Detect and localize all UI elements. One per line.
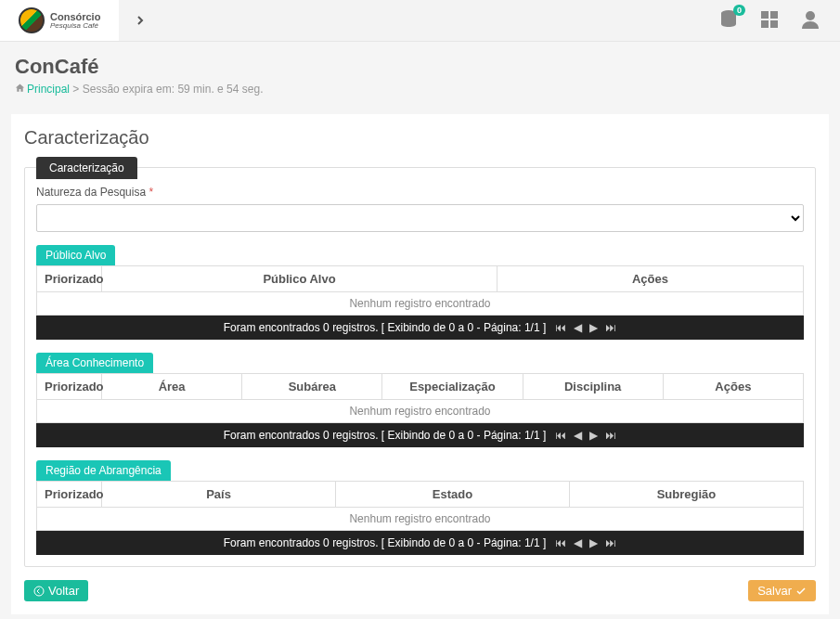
caracterizacao-section: Caracterização Natureza da Pesquisa * Pú… [24,167,816,567]
breadcrumb-session: > Sessão expira em: 59 min. e 54 seg. [70,83,263,96]
regiao-abrangencia-section: Região de Abrangência Priorizado País Es… [36,447,804,555]
area-pager-text: Foram encontrados 0 registros. [ Exibind… [224,429,547,442]
publico-pager: Foram encontrados 0 registros. [ Exibind… [36,316,804,340]
regiao-pager-text: Foram encontrados 0 registros. [ Exibind… [224,536,547,549]
page-header: ConCafé Principal > Sessão expira em: 59… [0,42,840,103]
required-mark: * [149,186,153,199]
logo[interactable]: Consórcio Pesquisa Café [0,0,119,41]
home-icon [15,83,25,96]
navbar-right: 0 [717,8,840,33]
breadcrumb-link[interactable]: Principal [27,83,70,96]
navbar-left: Consórcio Pesquisa Café [0,0,162,41]
natureza-group: Natureza da Pesquisa * [36,185,804,232]
user-menu[interactable] [799,8,821,33]
first-page-icon[interactable]: ⏮ [555,429,566,442]
check-icon [795,586,807,597]
logo-title: Consórcio [50,12,100,22]
th-publico: Público Alvo [102,266,498,292]
natureza-select[interactable] [36,204,804,232]
th-acoes: Ações [498,266,804,292]
user-icon [799,8,821,31]
svg-rect-4 [770,20,778,28]
svg-rect-2 [770,11,778,19]
th-disciplina: Disciplina [523,374,663,400]
last-page-icon[interactable]: ⏭ [605,536,616,549]
area-conhecimento-section: Área Conhecimento Priorizado Área Subáre… [36,340,804,447]
regiao-pager: Foram encontrados 0 registros. [ Exibind… [36,531,804,555]
th-pais: País [102,482,336,508]
th-estado: Estado [336,482,570,508]
prev-page-icon[interactable]: ◀ [574,536,582,549]
apps-menu[interactable] [758,8,781,33]
last-page-icon[interactable]: ⏭ [605,429,616,442]
svg-rect-3 [761,20,769,28]
regiao-table: Priorizado País Estado Subregião Nenhum … [36,481,804,531]
next-page-icon[interactable]: ▶ [589,429,598,442]
publico-empty: Nenhum registro encontrado [37,292,804,316]
area-table: Priorizado Área Subárea Especialização D… [36,373,804,423]
th-priorizado: Priorizado [37,266,102,292]
arrow-left-icon [33,586,45,597]
chevron-right-icon [133,13,148,28]
publico-tag: Público Alvo [36,245,115,265]
regiao-empty: Nenhum registro encontrado [37,508,804,531]
navbar: Consórcio Pesquisa Café 0 [0,0,840,42]
area-pager: Foram encontrados 0 registros. [ Exibind… [36,423,804,447]
prev-page-icon[interactable]: ◀ [574,321,582,334]
first-page-icon[interactable]: ⏮ [555,321,566,334]
prev-page-icon[interactable]: ◀ [574,429,582,442]
next-page-icon[interactable]: ▶ [589,536,598,549]
logo-icon [19,7,45,33]
natureza-label: Natureza da Pesquisa * [36,186,153,199]
publico-alvo-section: Público Alvo Priorizado Público Alvo Açõ… [36,232,804,340]
db-badge: 0 [733,5,745,16]
salvar-label: Salvar [757,584,792,598]
grid-icon [758,8,781,31]
th-priorizado: Priorizado [37,482,102,508]
last-page-icon[interactable]: ⏭ [605,321,616,334]
regiao-tag: Região de Abrangência [36,460,171,481]
db-menu[interactable]: 0 [717,8,740,33]
publico-table: Priorizado Público Alvo Ações Nenhum reg… [36,265,804,316]
breadcrumb: Principal > Sessão expira em: 59 min. e … [15,83,825,96]
logo-subtitle: Pesquisa Café [50,22,100,30]
panel-title: Caracterização [24,127,816,148]
th-priorizado: Priorizado [37,374,102,400]
page-title: ConCafé [15,55,825,79]
sidebar-toggle[interactable] [119,0,162,41]
th-area: Área [102,374,242,400]
next-page-icon[interactable]: ▶ [589,321,598,334]
voltar-label: Voltar [48,584,79,598]
th-subregiao: Subregião [570,482,804,508]
th-especializacao: Especialização [382,374,523,400]
publico-pager-text: Foram encontrados 0 registros. [ Exibind… [224,321,547,334]
svg-point-5 [806,11,815,20]
th-acoes: Ações [663,374,803,400]
svg-rect-1 [761,11,769,19]
button-row: Voltar Salvar [24,580,816,601]
voltar-button[interactable]: Voltar [24,580,88,601]
area-tag: Área Conhecimento [36,353,153,373]
area-empty: Nenhum registro encontrado [37,400,804,423]
main-panel: Caracterização Caracterização Natureza d… [11,114,829,614]
first-page-icon[interactable]: ⏮ [555,536,566,549]
tab-caracterizacao[interactable]: Caracterização [36,157,137,179]
salvar-button[interactable]: Salvar [748,580,816,601]
svg-point-6 [34,587,44,596]
th-subarea: Subárea [242,374,382,400]
